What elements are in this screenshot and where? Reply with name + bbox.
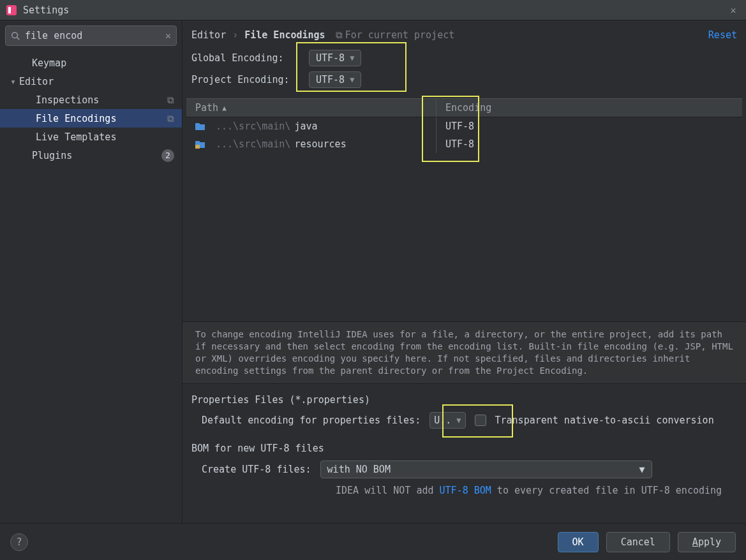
breadcrumb-sep: › (232, 29, 238, 41)
dropdown-value: UTF-8 (316, 74, 345, 85)
project-encoding-label: Project Encoding: (191, 74, 300, 85)
sidebar-item-label: Live Templates (36, 131, 116, 143)
encoding-table: Path ▲ Encoding ...\src\main\java UTF-8 (186, 98, 742, 321)
app-icon (6, 5, 17, 15)
utf8-bom-link[interactable]: UTF-8 BOM (440, 485, 491, 496)
props-encoding-dropdown[interactable]: U.. ▼ (429, 412, 465, 429)
cancel-button[interactable]: Cancel (606, 532, 670, 552)
bom-label: Create UTF-8 files: (202, 464, 311, 475)
bom-hint: IDEA will NOT add UTF-8 BOM to every cre… (183, 482, 746, 496)
svg-rect-4 (195, 145, 200, 149)
copy-icon: ⧉ (167, 94, 174, 106)
dropdown-value: with NO BOM (327, 464, 391, 475)
breadcrumb: Editor › File Encodings ⧉ For current pr… (183, 20, 746, 47)
dropdown-value: U.. (434, 415, 451, 426)
help-text: To change encoding IntelliJ IDEA uses fo… (183, 321, 746, 384)
svg-rect-1 (8, 7, 11, 13)
chevron-down-icon: ▼ (350, 54, 354, 63)
copy-icon: ⧉ (167, 113, 174, 124)
table-row[interactable]: ...\src\main\java UTF-8 (186, 117, 742, 135)
project-encoding-dropdown[interactable]: UTF-8 ▼ (309, 71, 361, 88)
chevron-down-icon: ▼ (350, 75, 354, 84)
chevron-down-icon: ▾ (10, 76, 19, 87)
search-input[interactable] (25, 30, 165, 41)
svg-line-3 (17, 38, 20, 40)
dialog-footer: ? OK Cancel Apply (0, 523, 746, 560)
sort-asc-icon: ▲ (222, 104, 227, 112)
global-encoding-dropdown[interactable]: UTF-8 ▼ (309, 50, 361, 66)
sidebar-item-keymap[interactable]: Keymap (0, 54, 182, 72)
sidebar-item-label: Editor (19, 76, 54, 87)
project-icon: ⧉ (336, 29, 343, 41)
clear-icon[interactable]: ✕ (165, 30, 171, 41)
search-input-wrap[interactable]: ✕ (5, 26, 177, 46)
sidebar-item-live-templates[interactable]: Live Templates (0, 128, 182, 146)
row-encoding[interactable]: UTF-8 (436, 135, 742, 153)
search-icon (11, 31, 20, 40)
transparent-ascii-checkbox[interactable] (475, 415, 486, 426)
sidebar-item-label: Keymap (32, 57, 66, 69)
plugins-badge: 2 (161, 149, 174, 162)
chevron-down-icon: ▼ (639, 464, 645, 475)
path-name: java (294, 121, 317, 132)
bom-dropdown[interactable]: with NO BOM ▼ (320, 461, 652, 478)
path-dim: ...\src\main\ (216, 138, 290, 150)
sidebar-item-label: Inspections (36, 94, 99, 106)
table-row[interactable]: ...\src\main\resources UTF-8 (186, 135, 742, 153)
main-panel: Editor › File Encodings ⧉ For current pr… (183, 20, 746, 523)
sidebar-item-inspections[interactable]: Inspections ⧉ (0, 91, 182, 109)
props-encoding-label: Default encoding for properties files: (202, 415, 421, 426)
row-encoding[interactable]: UTF-8 (436, 117, 742, 135)
path-dim: ...\src\main\ (216, 121, 290, 132)
svg-point-2 (12, 33, 18, 38)
transparent-ascii-label: Transparent native-to-ascii conversion (495, 415, 714, 426)
help-button[interactable]: ? (10, 533, 28, 551)
apply-button[interactable]: Apply (678, 532, 736, 552)
scope-label: ⧉ For current project (336, 29, 455, 41)
sidebar-item-label: File Encodings (36, 113, 116, 124)
sidebar: ✕ Keymap ▾ Editor Inspections ⧉ File Enc… (0, 20, 183, 523)
svg-rect-0 (6, 5, 17, 15)
encoding-header[interactable]: Encoding (436, 99, 742, 117)
properties-section-title: Properties Files (*.properties) (183, 384, 746, 408)
chevron-down-icon: ▼ (456, 416, 461, 425)
path-header[interactable]: Path ▲ (186, 102, 436, 114)
resource-folder-icon (195, 140, 207, 149)
reset-link[interactable]: Reset (708, 29, 737, 41)
sidebar-item-label: Plugins (32, 150, 72, 161)
global-encoding-label: Global Encoding: (191, 52, 300, 64)
sidebar-item-editor[interactable]: ▾ Editor (0, 72, 182, 91)
window-title: Settings (23, 4, 69, 16)
sidebar-item-plugins[interactable]: Plugins 2 (0, 146, 182, 165)
close-icon[interactable]: ✕ (727, 4, 740, 16)
breadcrumb-file-encodings: File Encodings (244, 29, 325, 41)
titlebar: Settings ✕ (0, 0, 746, 20)
path-name: resources (294, 138, 346, 150)
settings-tree: Keymap ▾ Editor Inspections ⧉ File Encod… (0, 51, 182, 165)
sidebar-item-file-encodings[interactable]: File Encodings ⧉ (0, 109, 182, 128)
folder-icon (195, 122, 207, 131)
dropdown-value: UTF-8 (316, 52, 345, 64)
bom-section-title: BOM for new UTF-8 files (183, 432, 746, 457)
breadcrumb-editor[interactable]: Editor (191, 29, 226, 41)
ok-button[interactable]: OK (558, 532, 599, 552)
